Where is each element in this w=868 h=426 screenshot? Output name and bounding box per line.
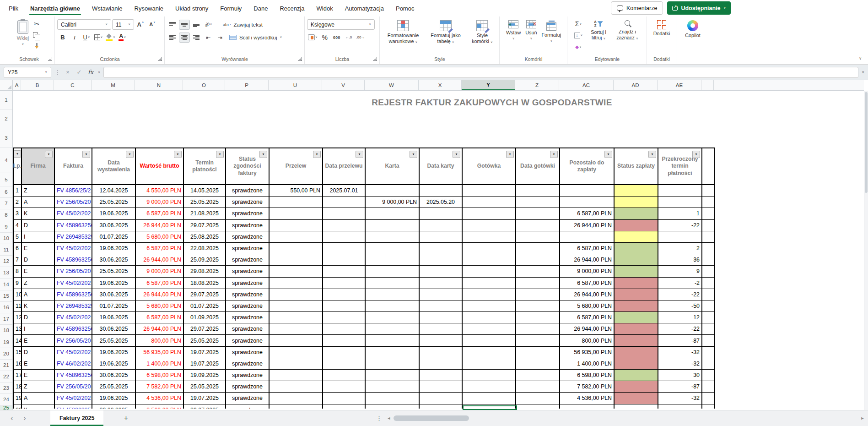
cell-dkarta[interactable] xyxy=(420,208,463,219)
cell-lp[interactable]: 16 xyxy=(14,358,22,369)
decrease-font-size-button[interactable]: A∨ xyxy=(147,20,158,30)
align-center-button[interactable] xyxy=(179,33,190,43)
cell-dgotowka[interactable] xyxy=(516,300,560,311)
column-header-U[interactable]: U xyxy=(269,80,322,90)
cell-extra[interactable] xyxy=(702,370,715,381)
cell-dgotowka[interactable] xyxy=(516,243,560,254)
font-color-button[interactable]: A∨ xyxy=(117,33,128,43)
cell-zaplata[interactable] xyxy=(615,197,658,208)
cell-status[interactable]: sprawdzone xyxy=(226,231,270,242)
cell-status[interactable]: sprawdzone xyxy=(226,335,270,346)
row-header-19[interactable]: 19 xyxy=(0,336,12,348)
cell-pozostalo[interactable] xyxy=(560,231,615,242)
cell-faktura[interactable]: FV 45/02/202 xyxy=(55,243,92,254)
cell-dgotowka[interactable] xyxy=(516,347,560,358)
cell-extra[interactable] xyxy=(702,278,715,289)
cell-gotowka[interactable] xyxy=(463,323,516,334)
filter-icon[interactable]: ▼ xyxy=(82,151,90,158)
cell-faktura[interactable]: FV 46/02/202 xyxy=(55,358,92,369)
cell-zaplata[interactable] xyxy=(615,393,658,404)
cell-przelew[interactable] xyxy=(270,278,323,289)
cell-termin[interactable]: 19.07.2025 xyxy=(184,347,226,358)
cell-faktura[interactable]: FV 45/02/202 xyxy=(55,347,92,358)
cell-brutto[interactable]: 26 944,00 PLN xyxy=(136,289,184,300)
cell-firma[interactable]: Z xyxy=(22,278,55,289)
cell-firma[interactable]: Z xyxy=(22,381,55,392)
cell-extra[interactable] xyxy=(702,404,715,409)
cell-dkarta[interactable] xyxy=(420,358,463,369)
cell-przekr[interactable]: -22 xyxy=(658,289,702,300)
row-header-4[interactable]: 4 xyxy=(0,147,12,173)
cell-karta[interactable] xyxy=(366,289,420,300)
cell-zaplata[interactable] xyxy=(615,289,658,300)
column-header-O[interactable]: O xyxy=(183,80,225,90)
bold-button[interactable]: B xyxy=(57,33,68,43)
cell-wyst[interactable]: 30.06.2025 xyxy=(92,370,136,381)
cell-status[interactable]: sprawdzone xyxy=(226,266,270,277)
sheet-tab-faktury-2025[interactable]: Faktury 2025 xyxy=(50,410,103,426)
horizontal-scrollbar-track[interactable] xyxy=(393,415,859,421)
cut-button[interactable]: ✂ xyxy=(31,19,42,29)
cell-pozostalo[interactable]: 6 587,00 PLN xyxy=(560,278,615,289)
cell-dgotowka[interactable] xyxy=(516,370,560,381)
cell-przelew[interactable] xyxy=(270,404,323,409)
cell-dgotowka[interactable] xyxy=(516,335,560,346)
cell-extra[interactable] xyxy=(702,300,715,311)
cell-lp[interactable]: 20 xyxy=(14,404,22,409)
row-header-15[interactable]: 15 xyxy=(0,290,12,302)
enter-icon[interactable]: ✓ xyxy=(75,69,83,76)
cell-brutto[interactable]: 26 944,00 PLN xyxy=(136,323,184,334)
cell-dprzelew[interactable] xyxy=(323,358,366,369)
cell-lp[interactable]: 12 xyxy=(14,312,22,323)
row-header-14[interactable]: 14 xyxy=(0,279,12,290)
cell-firma[interactable]: D xyxy=(22,312,55,323)
cell-dkarta[interactable] xyxy=(420,404,463,409)
cell-faktura[interactable]: FV 256/05/20 xyxy=(55,266,92,277)
cell-termin[interactable]: 18.08.2025 xyxy=(184,278,226,289)
cell-wyst[interactable]: 30.06.2025 xyxy=(92,289,136,300)
ribbon-tab-automatyzacja[interactable]: Automatyzacja xyxy=(339,0,390,16)
filter-icon[interactable]: ▼ xyxy=(313,151,321,158)
row-header-24[interactable]: 24 xyxy=(0,394,12,405)
merge-center-button[interactable]: Scal i wyśrodkuj ∨ xyxy=(226,32,285,43)
column-header-extra[interactable] xyxy=(701,80,714,90)
cell-status[interactable]: sprawdzone xyxy=(226,404,270,409)
ribbon-tab-formuły[interactable]: Formuły xyxy=(214,0,248,16)
scroll-left-icon[interactable]: ◄ xyxy=(385,416,393,421)
cell-firma[interactable]: I xyxy=(22,323,55,334)
cell-zaplata[interactable] xyxy=(615,370,658,381)
cell-termin[interactable]: 29.07.2025 xyxy=(184,220,226,231)
cell-dgotowka[interactable] xyxy=(516,323,560,334)
cell-gotowka[interactable] xyxy=(463,208,516,219)
cell-pozostalo[interactable]: 5 680,00 PLN xyxy=(560,300,615,311)
cell-dprzelew[interactable] xyxy=(323,266,366,277)
cell-extra[interactable] xyxy=(702,323,715,334)
cell-karta[interactable] xyxy=(366,243,420,254)
cell-zaplata[interactable] xyxy=(615,335,658,346)
cell-extra[interactable] xyxy=(702,381,715,392)
cell-faktura[interactable]: FV 458963256 xyxy=(55,370,92,381)
cell-faktura[interactable]: FV 256/05/20 xyxy=(55,197,92,208)
row-header-22[interactable]: 22 xyxy=(0,371,12,382)
number-format-select[interactable]: Księgowe∨ xyxy=(307,19,375,30)
format-as-table-button[interactable]: Formatuj jako tabelę ∨ xyxy=(426,19,465,44)
filter-icon[interactable]: ▼ xyxy=(453,151,460,158)
cell-termin[interactable]: 25.05.2025 xyxy=(184,381,226,392)
cell-status[interactable]: sprawdzone xyxy=(226,381,270,392)
cell-dprzelew[interactable] xyxy=(323,197,366,208)
cell-termin[interactable]: 01.09.2025 xyxy=(184,312,226,323)
column-header-M[interactable]: M xyxy=(92,80,135,90)
cell-dkarta[interactable] xyxy=(420,185,463,196)
cell-firma[interactable]: I xyxy=(22,231,55,242)
cell-brutto[interactable]: 5 680,00 PLN xyxy=(136,300,184,311)
cell-pozostalo[interactable]: 6 587,00 PLN xyxy=(560,312,615,323)
cell-dkarta[interactable] xyxy=(420,335,463,346)
cell-przelew[interactable] xyxy=(270,381,323,392)
cell-przekr[interactable]: -87 xyxy=(658,381,702,392)
cell-status[interactable]: sprawdzone xyxy=(226,197,270,208)
cell-przekr[interactable]: -2 xyxy=(658,278,702,289)
cell-dgotowka[interactable] xyxy=(516,312,560,323)
cell-przelew[interactable] xyxy=(270,266,323,277)
ribbon-tab-rysowanie[interactable]: Rysowanie xyxy=(129,0,170,16)
cell-extra[interactable] xyxy=(702,393,715,404)
